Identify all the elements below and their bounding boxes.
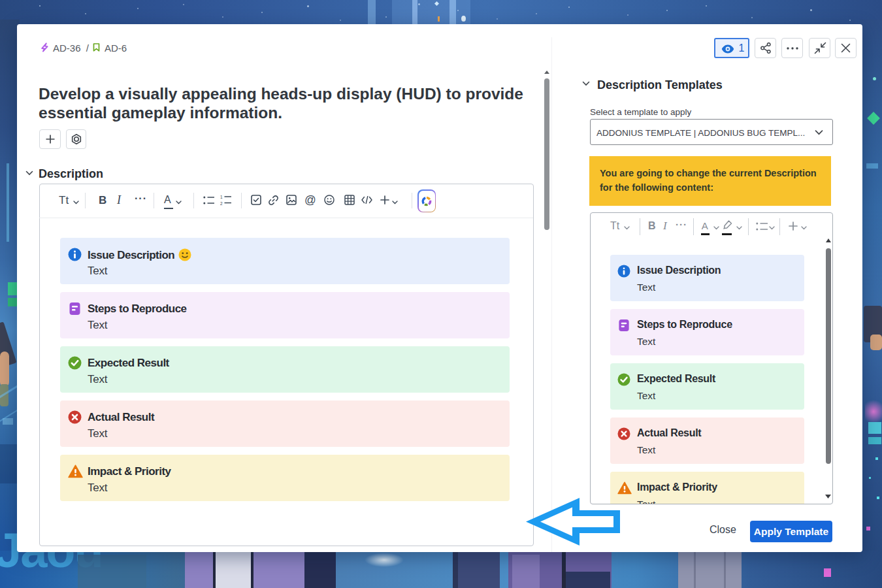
svg-text:2: 2 — [220, 201, 223, 206]
svg-text:1: 1 — [220, 195, 223, 199]
